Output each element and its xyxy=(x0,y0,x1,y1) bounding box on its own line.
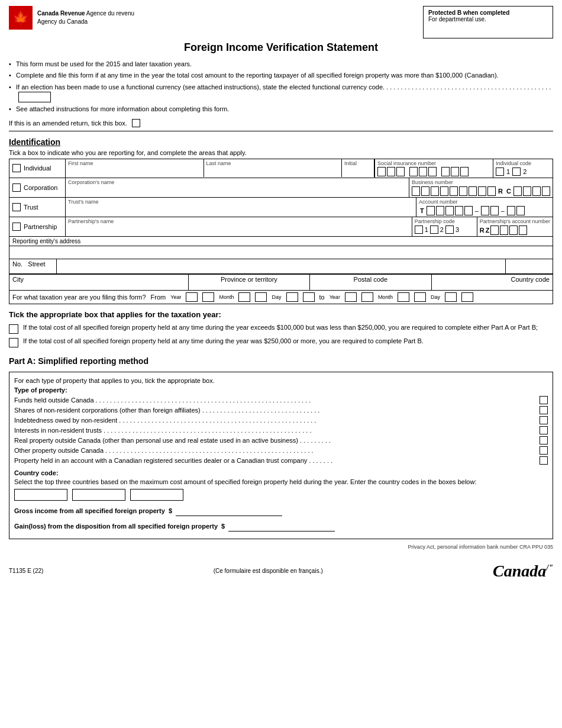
ind-code-2-checkbox[interactable] xyxy=(512,167,521,176)
trust-acct-9[interactable] xyxy=(516,206,525,215)
ind-code-1-label: 1 xyxy=(506,168,510,175)
trust-acct-4[interactable] xyxy=(455,206,463,215)
sin-box-3[interactable] xyxy=(396,167,405,176)
bn-rc-2[interactable] xyxy=(523,186,531,196)
property-checkbox-1[interactable] xyxy=(540,406,548,414)
corporation-name-input[interactable] xyxy=(68,186,406,194)
trust-acct-8[interactable] xyxy=(507,206,515,215)
bn-1[interactable] xyxy=(412,186,420,196)
ind-code-1-checkbox[interactable] xyxy=(496,167,504,176)
bn-2[interactable] xyxy=(421,186,429,196)
no-label: No. xyxy=(12,260,22,268)
street-col[interactable] xyxy=(57,259,505,273)
bn-9[interactable] xyxy=(487,186,496,196)
pa-1[interactable] xyxy=(490,226,499,235)
sin-box-9[interactable] xyxy=(460,167,469,176)
trust-row: Trust Trust's name Account number T – – xyxy=(9,198,553,217)
pc-3-checkbox[interactable] xyxy=(445,226,454,234)
initial-col: Initial xyxy=(342,159,374,177)
sin-box-4[interactable] xyxy=(409,167,418,176)
first-name-input[interactable] xyxy=(68,167,201,175)
individual-checkbox[interactable] xyxy=(12,164,21,172)
reporting-address-label: Reporting entity's address xyxy=(12,238,80,244)
partnership-checkbox[interactable] xyxy=(12,223,21,231)
property-checkbox-6[interactable] xyxy=(540,456,548,465)
agency-en: Canada Revenue xyxy=(37,10,85,17)
address-label-row: Reporting entity's address xyxy=(9,237,553,246)
bn-3[interactable] xyxy=(431,186,439,196)
country-box-3[interactable] xyxy=(130,489,183,501)
pc-1-checkbox[interactable] xyxy=(415,226,423,234)
sin-box-5[interactable] xyxy=(419,167,427,176)
property-line-4: Real property outside Canada (other than… xyxy=(14,436,548,444)
bn-7[interactable] xyxy=(469,186,477,196)
from-day-2[interactable] xyxy=(303,292,315,302)
bn-5[interactable] xyxy=(450,186,458,196)
city-input[interactable] xyxy=(12,283,185,289)
bn-8[interactable] xyxy=(478,186,486,196)
gross-income-input[interactable] xyxy=(176,505,282,516)
trust-acct-1[interactable] xyxy=(427,206,435,215)
partnership-name-input[interactable] xyxy=(68,225,409,233)
to-day-2[interactable] xyxy=(461,292,473,302)
property-checkbox-2[interactable] xyxy=(540,416,548,424)
trust-acct-3[interactable] xyxy=(445,206,454,215)
day-label-2: Day xyxy=(431,294,440,300)
to-month-2[interactable] xyxy=(414,292,426,302)
sin-box-7[interactable] xyxy=(441,167,450,176)
to-year-1[interactable] xyxy=(345,292,357,302)
sin-box-1[interactable] xyxy=(377,167,386,176)
corporation-checkbox[interactable] xyxy=(12,183,21,192)
bn-rc-1[interactable] xyxy=(513,186,522,196)
address-empty-space[interactable] xyxy=(9,246,553,259)
gain-loss-input[interactable] xyxy=(228,521,335,531)
from-year-1[interactable] xyxy=(186,292,198,302)
to-year-2[interactable] xyxy=(361,292,373,302)
trust-acct-5[interactable] xyxy=(464,206,473,215)
partnership-account-col: Partnership's account number R Z xyxy=(477,217,553,236)
sin-box-8[interactable] xyxy=(451,167,459,176)
country-box-1[interactable] xyxy=(14,489,67,501)
tick-checkbox-2[interactable] xyxy=(9,338,18,347)
pa-2[interactable] xyxy=(500,226,508,235)
property-checkbox-5[interactable] xyxy=(540,446,548,455)
sin-label: Social insurance number xyxy=(377,160,490,166)
trust-acct-2[interactable] xyxy=(436,206,444,215)
bn-4[interactable] xyxy=(440,186,448,196)
bn-rc-4[interactable] xyxy=(542,186,550,196)
form-title: Foreign Income Verification Statement xyxy=(9,41,553,54)
bn-rc-3[interactable] xyxy=(532,186,541,196)
sin-box-2[interactable] xyxy=(387,167,395,176)
property-checkbox-4[interactable] xyxy=(540,436,548,444)
to-day-1[interactable] xyxy=(445,292,457,302)
property-checkbox-3[interactable] xyxy=(540,426,548,434)
street-right-box[interactable] xyxy=(505,259,553,273)
pa-3[interactable] xyxy=(509,226,518,235)
from-month-2[interactable] xyxy=(255,292,267,302)
trust-acct-7[interactable] xyxy=(490,206,499,215)
initial-input[interactable] xyxy=(344,167,372,175)
individual-row: Individual First name Last name Initial … xyxy=(9,159,553,178)
pa-4[interactable] xyxy=(519,226,527,235)
property-checkbox-0[interactable] xyxy=(540,396,548,404)
trust-dash: – xyxy=(474,207,480,214)
pc-2-checkbox[interactable] xyxy=(430,226,438,234)
identification-table: Individual First name Last name Initial … xyxy=(9,159,553,304)
from-year-2[interactable] xyxy=(202,292,214,302)
from-month-1[interactable] xyxy=(238,292,250,302)
bn-6[interactable] xyxy=(459,186,467,196)
currency-code-box[interactable] xyxy=(18,92,51,102)
amended-label: If this is an amended return, tick this … xyxy=(9,120,127,127)
type-of-property-label: Type of property: xyxy=(14,386,548,394)
sin-box-6[interactable] xyxy=(428,167,437,176)
property-text-5: Other property outside Canada . . . . . … xyxy=(14,447,314,454)
amended-checkbox[interactable] xyxy=(132,119,140,127)
country-box-2[interactable] xyxy=(72,489,125,501)
to-month-1[interactable] xyxy=(398,292,409,302)
from-day-1[interactable] xyxy=(286,292,298,302)
last-name-input[interactable] xyxy=(206,167,340,175)
trust-checkbox[interactable] xyxy=(12,203,21,211)
tick-checkbox-1[interactable] xyxy=(9,324,18,334)
trust-name-input[interactable] xyxy=(68,205,414,214)
trust-acct-6[interactable] xyxy=(481,206,489,215)
